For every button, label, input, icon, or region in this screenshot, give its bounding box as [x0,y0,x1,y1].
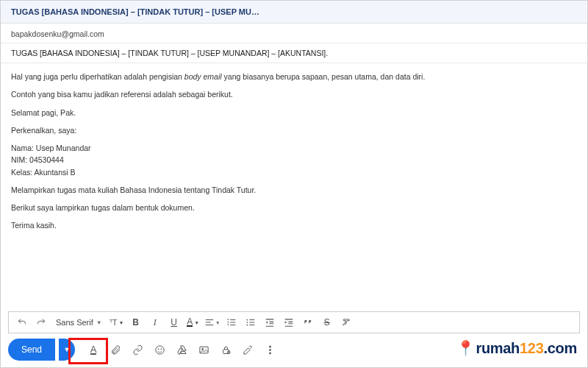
quote-button[interactable] [299,314,317,331]
text-color-button[interactable]: A▼ [184,314,202,331]
confidential-mode-button[interactable] [216,340,235,359]
svg-point-1 [246,322,248,323]
body-paragraph: Melampirkan tugas mata kuliah Bahasa Ind… [11,184,577,196]
insert-emoji-button[interactable] [150,340,169,359]
svg-point-11 [269,349,270,350]
body-paragraph: Berikut saya lampirkan tugas dalam bentu… [11,202,577,213]
strikethrough-button[interactable]: S [318,314,336,331]
send-button[interactable]: Send [8,339,55,361]
bold-button[interactable]: B [127,314,145,331]
send-options-button[interactable]: ▼ [59,339,75,361]
svg-point-2 [246,325,248,326]
attach-file-button[interactable] [106,340,125,359]
body-paragraph: Kelas: Akuntansi B [11,166,577,178]
insert-drive-button[interactable] [172,340,191,359]
undo-button[interactable] [13,314,31,331]
svg-point-5 [160,348,161,349]
svg-point-10 [269,346,270,347]
svg-point-12 [269,352,270,353]
insert-link-button[interactable] [128,340,147,359]
numbered-list-button[interactable] [223,314,240,331]
chevron-down-icon: ▼ [96,319,102,326]
font-family-select[interactable]: Sans Serif▼ [51,318,107,327]
insert-signature-button[interactable] [238,340,257,359]
body-paragraph: Nama: Usep Munandar [11,142,577,154]
remove-format-button[interactable] [337,314,355,331]
email-body[interactable]: Hal yang juga perlu diperhatikan adalah … [1,63,587,245]
watermark-logo: 📍 rumah123.com [456,339,577,357]
body-paragraph: NIM: 04530444 [11,154,577,166]
bullet-list-button[interactable] [242,314,259,331]
insert-photo-button[interactable] [194,340,213,359]
underline-button[interactable]: U [165,314,183,331]
italic-button[interactable]: I [146,314,164,331]
body-paragraph: Perkenalkan, saya: [11,124,577,136]
svg-point-0 [246,319,248,321]
body-paragraph: Terima kasih. [11,219,577,231]
indent-more-button[interactable] [280,314,298,331]
svg-point-7 [201,348,203,350]
subject-field[interactable]: TUGAS [BAHASA INDONESIA] – [TINDAK TUTUR… [1,43,587,63]
redo-button[interactable] [32,314,50,331]
indent-less-button[interactable] [261,314,279,331]
body-paragraph: Selamat pagi, Pak. [11,107,577,118]
svg-point-4 [158,348,159,349]
svg-point-3 [155,345,163,353]
font-size-button[interactable]: ᵀT▼ [108,314,126,331]
body-paragraph: Hal yang juga perlu diperhatikan adalah … [11,71,577,82]
more-options-button[interactable] [260,340,279,359]
to-field[interactable]: bapakdosenku@gmail.com [1,24,587,43]
window-title: TUGAS [BAHASA INDONESIA] – [TINDAK TUTUR… [1,1,587,24]
body-paragraph: Contoh yang bisa kamu jadikan referensi … [11,88,577,100]
format-toolbar: Sans Serif▼ ᵀT▼ B I U A▼ ▼ S [8,311,580,333]
format-toggle-button[interactable]: A [84,340,103,359]
pin-icon: 📍 [456,339,475,357]
align-button[interactable]: ▼ [204,314,221,331]
